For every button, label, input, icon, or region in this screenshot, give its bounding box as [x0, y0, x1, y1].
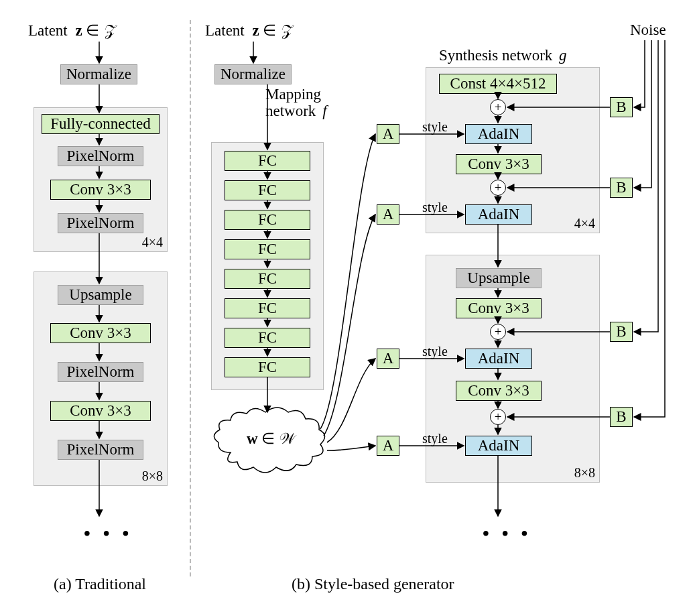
adain-3: AdaIN — [465, 349, 532, 369]
adain-4: AdaIN — [465, 436, 532, 456]
mapping-word2: network — [265, 103, 316, 119]
B-3: B — [610, 322, 633, 342]
plus-4: + — [490, 409, 506, 425]
fc-8: FC — [225, 357, 310, 377]
A-3: A — [377, 349, 399, 369]
conv-b1: Conv 3×3 — [456, 154, 542, 174]
A-2: A — [377, 204, 399, 225]
noise-label: Noise — [630, 21, 666, 39]
conv-b2: Conv 3×3 — [456, 298, 542, 318]
fc-4: FC — [225, 239, 310, 259]
const-block: Const 4×4×512 — [439, 74, 557, 94]
plus-3: + — [490, 324, 506, 340]
latent-word-b: Latent — [205, 22, 245, 39]
caption-b: (b) Style-based generator — [292, 575, 454, 593]
synth-dots: • • • — [483, 523, 531, 544]
panel-label-8x8-a: 8×8 — [142, 469, 163, 484]
trad-dots: • • • — [84, 523, 133, 544]
adain-1: AdaIN — [465, 124, 532, 144]
panel-label-4x4-a: 4×4 — [142, 235, 163, 250]
plus-1: + — [490, 99, 506, 115]
column-separator — [190, 20, 191, 576]
plus-2: + — [490, 180, 506, 196]
style-tag-4: style — [422, 431, 448, 446]
A-4: A — [377, 436, 399, 456]
w-cloud: w ∈ 𝒲 — [210, 406, 330, 479]
caption-a: (a) Traditional — [54, 575, 146, 593]
latent-word: Latent — [28, 22, 68, 39]
fc-3: FC — [225, 210, 310, 230]
trad-pn-2: PixelNorm — [58, 213, 143, 233]
latent-label-a: Latent z ∈ 𝒵 — [28, 21, 114, 40]
B-2: B — [610, 178, 633, 198]
B-1: B — [610, 97, 633, 117]
trad-conv-2: Conv 3×3 — [50, 323, 151, 343]
trad-normalize: Normalize — [60, 64, 137, 84]
synth-g: g — [556, 47, 567, 64]
fc-1: FC — [225, 151, 310, 171]
fc-7: FC — [225, 328, 310, 348]
trad-conv-3: Conv 3×3 — [50, 401, 151, 421]
B-4: B — [610, 407, 633, 427]
fc-2: FC — [225, 180, 310, 200]
style-tag-1: style — [422, 119, 448, 135]
mapping-word1: Mapping — [265, 86, 321, 103]
fc-5: FC — [225, 269, 310, 289]
latent-label-b: Latent z ∈ 𝒵 — [205, 21, 291, 40]
A-1: A — [377, 124, 399, 144]
adain-2: AdaIN — [465, 204, 532, 225]
panel-label-4x4-b: 4×4 — [574, 216, 595, 231]
trad-fc: Fully-connected — [42, 114, 160, 134]
w-math: w ∈ 𝒲 — [210, 430, 330, 448]
panel-label-8x8-b: 8×8 — [574, 465, 595, 481]
mapping-panel — [211, 142, 324, 390]
trad-upsample: Upsample — [58, 285, 143, 305]
trad-pn-3: PixelNorm — [58, 362, 143, 382]
mapping-label: Mapping network f — [265, 86, 327, 120]
fc-6: FC — [225, 298, 310, 318]
latent-math-a: z ∈ 𝒵 — [72, 22, 115, 39]
mapping-f: f — [320, 103, 326, 119]
conv-b3: Conv 3×3 — [456, 381, 542, 401]
style-tag-3: style — [422, 344, 448, 359]
trad-conv-1: Conv 3×3 — [50, 180, 151, 200]
trad-pn-1: PixelNorm — [58, 146, 143, 166]
style-normalize: Normalize — [214, 64, 292, 84]
upsample-b: Upsample — [456, 268, 542, 288]
latent-math-b: z ∈ 𝒵 — [249, 22, 292, 39]
synth-text: Synthesis network — [439, 47, 552, 64]
style-tag-2: style — [422, 200, 448, 215]
trad-pn-4: PixelNorm — [58, 440, 143, 460]
synth-label: Synthesis network g — [439, 47, 567, 64]
